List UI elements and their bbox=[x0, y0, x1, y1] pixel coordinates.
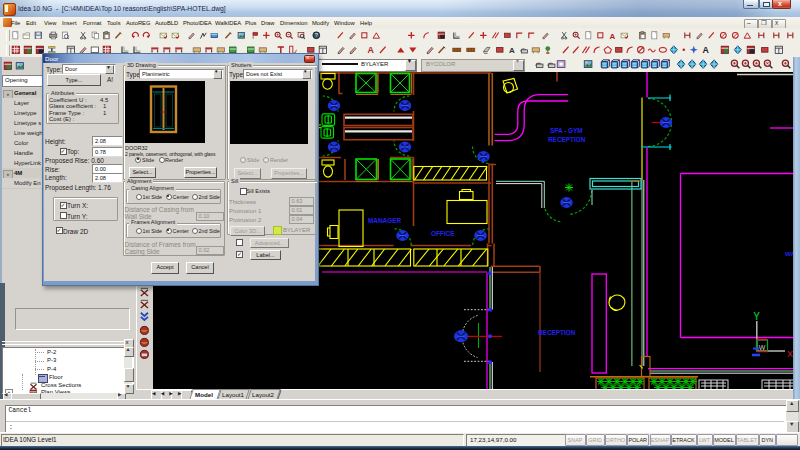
svg-text:RECEPTION: RECEPTION bbox=[538, 329, 576, 336]
svg-text:Y: Y bbox=[753, 311, 760, 322]
svg-text:A: A bbox=[509, 46, 515, 55]
svg-text:A: A bbox=[368, 45, 375, 54]
svg-text:WA: WA bbox=[785, 250, 793, 257]
svg-text:MANAGER: MANAGER bbox=[368, 217, 401, 224]
svg-text:RECEPTION: RECEPTION bbox=[548, 136, 586, 143]
svg-text:W: W bbox=[759, 344, 766, 351]
svg-text:A: A bbox=[609, 31, 615, 39]
svg-text:OFFICE: OFFICE bbox=[431, 230, 455, 237]
svg-text:A: A bbox=[703, 45, 710, 54]
svg-text:?: ? bbox=[315, 32, 318, 38]
svg-text:X: X bbox=[787, 349, 793, 359]
svg-text:SPA - GYM: SPA - GYM bbox=[550, 127, 583, 134]
